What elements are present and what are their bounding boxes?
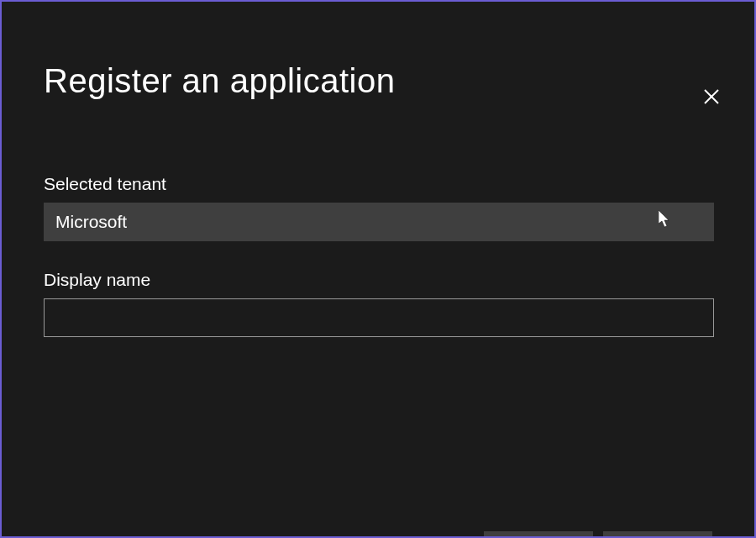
close-button[interactable] — [699, 86, 724, 111]
register-application-dialog: Register an application Selected tenant … — [2, 62, 754, 538]
register-button[interactable]: Register — [484, 531, 593, 538]
display-name-input[interactable] — [44, 298, 714, 337]
cancel-button[interactable]: Cancel — [603, 531, 712, 538]
dialog-buttons: Register Cancel — [484, 531, 712, 538]
tenant-value: Microsoft — [44, 203, 714, 241]
display-name-label: Display name — [44, 270, 712, 290]
close-icon — [703, 88, 720, 108]
tenant-field-group: Selected tenant Microsoft — [44, 174, 712, 241]
display-name-field-group: Display name — [44, 270, 712, 337]
tenant-label: Selected tenant — [44, 174, 712, 194]
dialog-title: Register an application — [44, 62, 712, 100]
